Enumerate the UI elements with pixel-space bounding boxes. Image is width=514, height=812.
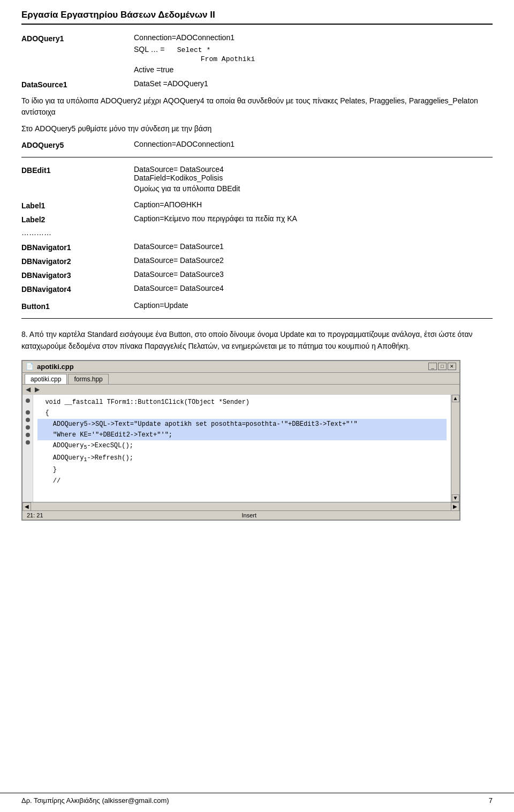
section8-text: Από την καρτέλα Standard εισάγουμε ένα B…	[21, 330, 473, 350]
gutter-bullet-6	[26, 440, 30, 445]
adoquery5-section: ADOQuery5 Connection=ADOConnection1	[21, 140, 493, 149]
label2-section: Label2 Caption=Κείμενο που περιγράφει τα…	[21, 214, 493, 224]
dbedit1-note-row: Ομοίως για τα υπόλοιπα DBEdit	[21, 184, 493, 193]
code-window: 📄 apotiki.cpp _ □ ✕ apotiki.cpp forms.hp…	[21, 360, 460, 521]
label1-row: Label1 Caption=ΑΠΟΘΗΚΗ	[21, 200, 493, 210]
code-scrollbar-v[interactable]: ▲ ▼	[451, 395, 459, 502]
scroll-right-button[interactable]: ▶	[451, 502, 459, 511]
datasource1-label: DataSource1	[21, 79, 134, 89]
label1-section: Label1 Caption=ΑΠΟΘΗΚΗ	[21, 200, 493, 210]
adoquery1-row: ADOQuery1 Connection=ADOConnection1	[21, 33, 493, 43]
adoquery1-connection: Connection=ADOConnection1	[134, 33, 493, 42]
adoquery5-label: ADOQuery5	[21, 140, 134, 149]
code-lines[interactable]: void __fastcall TForm1::Button1Click(TOb…	[33, 395, 451, 502]
dbnavigator1-row: DBNavigator1 DataSource= DataSource1	[21, 242, 493, 252]
dbnavigator4-value: DataSource= DataSource4	[134, 284, 493, 292]
tab-forms-hpp[interactable]: forms.hpp	[68, 374, 108, 384]
paragraph2: Στο ADOQuery5 ρυθμίστε μόνο την σύνδεση …	[21, 123, 493, 134]
button1-row: Button1 Caption=Update	[21, 301, 493, 311]
forward-arrow-icon[interactable]: ▶	[35, 386, 40, 393]
page-title: Εργασία Εργαστηρίου Βάσεων Δεδομένων ΙΙ	[21, 10, 215, 20]
code-line-2: {	[37, 408, 447, 418]
gutter-bullet-2	[26, 410, 30, 415]
code-line-8: //	[37, 476, 447, 486]
section8: 8. Από την καρτέλα Standard εισάγουμε έν…	[21, 328, 493, 352]
maximize-button[interactable]: □	[438, 363, 447, 370]
button1-label: Button1	[21, 301, 134, 311]
label2-row: Label2 Caption=Κείμενο που περιγράφει τα…	[21, 214, 493, 224]
dbnavigator3-section: DBNavigator3 DataSource= DataSource3	[21, 270, 493, 280]
scrollbar-bottom: ◀ ▶	[22, 502, 459, 510]
dbnavigator1-label: DBNavigator1	[21, 242, 134, 252]
dbedit1-label: DBEdit1	[21, 165, 134, 175]
label1-label: Label1	[21, 200, 134, 210]
label2-value: Caption=Κείμενο που περιγράφει τα πεδία …	[134, 214, 493, 223]
dbnavigator2-row: DBNavigator2 DataSource= DataSource2	[21, 256, 493, 266]
divider2	[21, 318, 493, 319]
button1-value: Caption=Update	[134, 301, 493, 310]
adoquery1-label: ADOQuery1	[21, 33, 134, 43]
page-container: Εργασία Εργαστηρίου Βάσεων Δεδομένων ΙΙ …	[0, 0, 514, 812]
gutter-bullet-3	[26, 418, 30, 422]
dbedit1-datafield: DataField=Kodikos_Polisis	[134, 174, 493, 182]
code-line-1: void __fastcall TForm1::Button1Click(TOb…	[37, 397, 447, 408]
close-button[interactable]: ✕	[448, 363, 456, 370]
dbedit1-note: Ομοίως για τα υπόλοιπα DBEdit	[134, 184, 493, 193]
dots: …………	[21, 228, 493, 237]
window-icon: 📄	[26, 363, 34, 370]
dbedit1-datasource: DataSource= DataSource4	[134, 165, 493, 174]
dbnavigator4-label: DBNavigator4	[21, 284, 134, 294]
page-footer: Δρ. Τσιμπίρης Αλκιβιάδης (alkisser@gmail…	[0, 793, 514, 805]
label1-value: Caption=ΑΠΟΘΗΚΗ	[134, 200, 493, 209]
adoquery1-sql-label: SQL … =	[134, 45, 164, 54]
code-line-6: ADOQuery1->Refresh();	[37, 453, 447, 464]
code-line-4: "Where KE='"+DBEdit2->Text+"'";	[37, 430, 447, 440]
footer-author: Δρ. Τσιμπίρης Αλκιβιάδης (alkisser@gmail…	[21, 796, 169, 805]
dbedit1-row: DBEdit1 DataSource= DataSource4 DataFiel…	[21, 165, 493, 182]
dbnavigator2-value: DataSource= DataSource2	[134, 256, 493, 265]
datasource1-section: DataSource1 DataSet =ADOQuery1	[21, 79, 493, 89]
adoquery1-section: ADOQuery1 Connection=ADOConnection1 SQL …	[21, 33, 493, 74]
code-line-7: }	[37, 464, 447, 475]
gutter-bullet-5	[26, 433, 30, 437]
button1-section: Button1 Caption=Update	[21, 301, 493, 311]
adoquery5-value: Connection=ADOConnection1	[134, 140, 493, 148]
gutter-bullet-4	[26, 425, 30, 430]
code-line-5: ADOQuery5->ExecSQL();	[37, 440, 447, 452]
scroll-left-button[interactable]: ◀	[22, 502, 31, 511]
scroll-down-button[interactable]: ▼	[452, 494, 459, 502]
dbnavigator2-label: DBNavigator2	[21, 256, 134, 266]
paragraph1: Το ίδιο για τα υπόλοιπα ADOQuery2 μέχρι …	[21, 95, 493, 118]
page-header: Εργασία Εργαστηρίου Βάσεων Δεδομένων ΙΙ	[21, 10, 493, 25]
adoquery1-active: Active =true	[134, 65, 493, 74]
code-toolbar: ◀ ▶	[22, 385, 459, 395]
code-statusbar: 21: 21 Insert	[22, 510, 459, 520]
dbnavigator4-section: DBNavigator4 DataSource= DataSource4	[21, 284, 493, 294]
label2-label: Label2	[21, 214, 134, 224]
scroll-up-button[interactable]: ▲	[452, 395, 459, 402]
statusbar-position: 21: 21	[27, 512, 43, 518]
back-arrow-icon[interactable]: ◀	[26, 386, 31, 393]
dbnavigator3-value: DataSource= DataSource3	[134, 270, 493, 279]
dbnavigator3-label: DBNavigator3	[21, 270, 134, 280]
dbedit1-section: DBEdit1 DataSource= DataSource4 DataFiel…	[21, 165, 493, 193]
minimize-button[interactable]: _	[428, 363, 437, 370]
dbnavigator2-section: DBNavigator2 DataSource= DataSource2	[21, 256, 493, 266]
adoquery5-row: ADOQuery5 Connection=ADOConnection1	[21, 140, 493, 149]
code-window-titlebar: 📄 apotiki.cpp _ □ ✕	[22, 361, 459, 373]
gutter-bullet-1	[26, 399, 30, 403]
section8-number: 8.	[21, 330, 28, 339]
code-tabs: apotiki.cpp forms.hpp	[22, 373, 459, 385]
code-window-title: apotiki.cpp	[37, 363, 74, 371]
dbnavigator3-row: DBNavigator3 DataSource= DataSource3	[21, 270, 493, 280]
datasource1-value: DataSet =ADOQuery1	[134, 79, 493, 88]
adoquery1-active-row: Active =true	[21, 65, 493, 74]
statusbar-mode: Insert	[242, 512, 257, 518]
code-body: void __fastcall TForm1::Button1Click(TOb…	[22, 395, 459, 502]
tab-apotiki-cpp[interactable]: apotiki.cpp	[25, 374, 67, 384]
divider1	[21, 157, 493, 157]
code-line-3: ADOQuery5->SQL->Text="Update apotikh set…	[37, 419, 447, 430]
dbnavigator4-row: DBNavigator4 DataSource= DataSource4	[21, 284, 493, 294]
dbnavigator1-section: DBNavigator1 DataSource= DataSource1	[21, 242, 493, 252]
datasource1-row: DataSource1 DataSet =ADOQuery1	[21, 79, 493, 89]
